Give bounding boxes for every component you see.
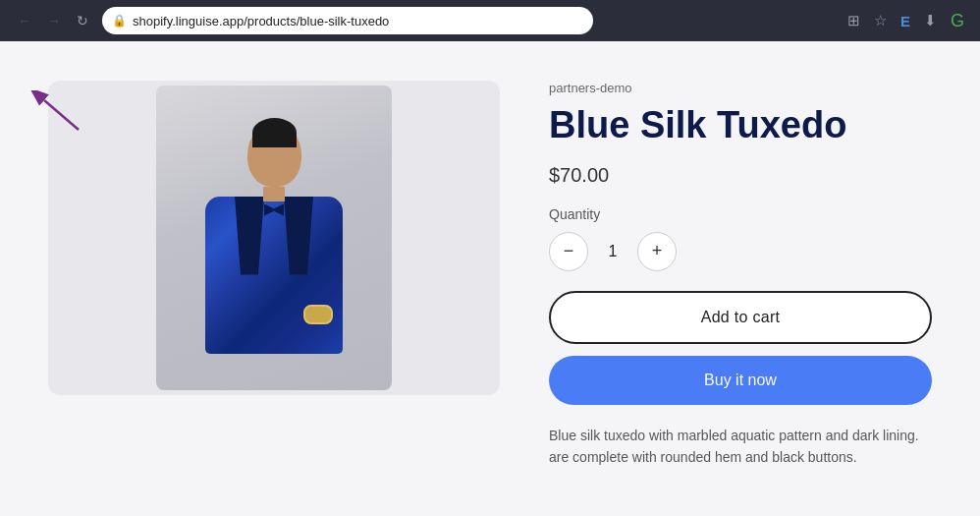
quantity-label: Quantity (549, 206, 932, 222)
download-button[interactable]: ⬇ (920, 8, 941, 33)
address-bar-container: 🔒 (102, 7, 593, 34)
page-content: partners-demo Blue Silk Tuxedo $70.00 Qu… (0, 41, 980, 516)
product-info: partners-demo Blue Silk Tuxedo $70.00 Qu… (549, 81, 932, 468)
product-brand: partners-demo (549, 81, 932, 95)
refresh-button[interactable]: ↻ (71, 9, 94, 32)
bookmark-button[interactable]: ☆ (870, 8, 891, 33)
download-icon: ⬇ (924, 12, 937, 29)
quantity-increase-button[interactable]: + (637, 232, 677, 271)
tuxedo-bg (156, 86, 392, 390)
add-to-cart-button[interactable]: Add to cart (549, 291, 932, 344)
forward-button[interactable]: → (41, 9, 67, 32)
lapel-right (284, 197, 313, 275)
quantity-value: 1 (588, 243, 637, 260)
minus-icon: − (564, 241, 574, 261)
browser-chrome: ← → ↻ 🔒 ⊞ ☆ E ⬇ G (0, 0, 980, 41)
product-description: Blue silk tuxedo with marbled aquatic pa… (549, 425, 932, 469)
person-silhouette (205, 123, 343, 354)
person-head (247, 123, 301, 187)
translate-button[interactable]: ⊞ (844, 8, 864, 33)
star-icon: ☆ (874, 12, 887, 29)
person-neck (263, 187, 285, 201)
bow-tie (264, 204, 284, 216)
refresh-icon: ↻ (77, 13, 88, 29)
arrow-svg (29, 90, 88, 140)
arrow-annotation (29, 90, 88, 143)
product-price: $70.00 (549, 164, 932, 187)
svg-line-1 (44, 100, 79, 130)
extension-icon: E (900, 13, 910, 29)
back-button[interactable]: ← (12, 9, 37, 32)
quantity-control: − 1 + (549, 232, 677, 271)
plus-icon: + (652, 241, 663, 261)
tuxedo-figure (156, 86, 392, 390)
forward-icon: → (47, 13, 61, 29)
quantity-decrease-button[interactable]: − (549, 232, 588, 271)
back-icon: ← (18, 13, 31, 29)
buy-now-button[interactable]: Buy it now (549, 356, 932, 405)
extension-button[interactable]: E (897, 9, 914, 33)
product-image (48, 81, 500, 395)
product-layout: partners-demo Blue Silk Tuxedo $70.00 Qu… (48, 81, 932, 468)
person-hair (252, 118, 297, 147)
person-body (205, 197, 343, 354)
nav-buttons: ← → ↻ (12, 9, 94, 32)
translate-icon: ⊞ (847, 12, 860, 29)
address-bar[interactable] (133, 14, 583, 29)
lapel-left (235, 197, 264, 275)
watch (303, 305, 333, 324)
product-image-container (48, 81, 500, 395)
grammarly-icon: G (951, 11, 964, 31)
product-title: Blue Silk Tuxedo (549, 103, 932, 148)
security-icon: 🔒 (112, 14, 127, 28)
grammarly-button[interactable]: G (947, 7, 968, 35)
browser-actions: ⊞ ☆ E ⬇ G (844, 7, 968, 35)
